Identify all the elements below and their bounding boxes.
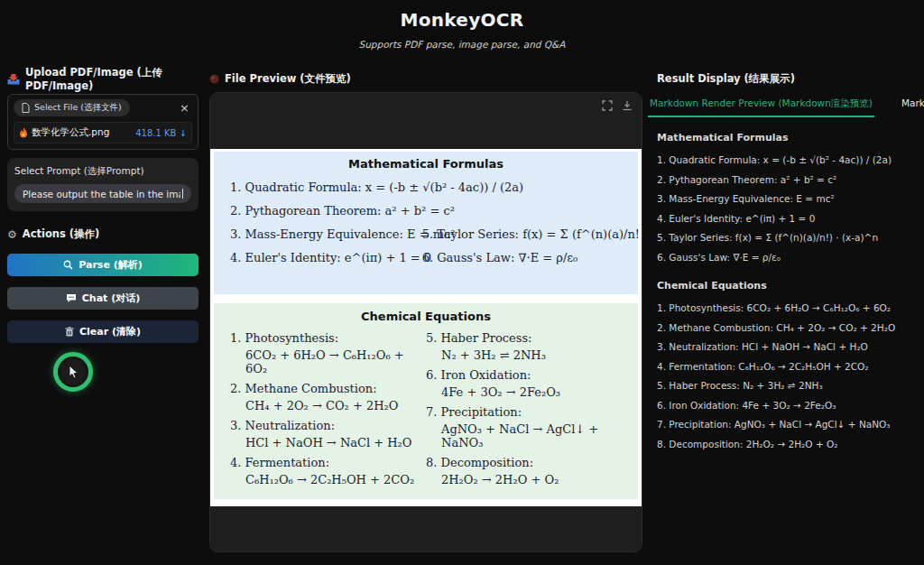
chem-name: 6. Iron Oxidation: [426, 368, 622, 382]
result-tabs: Markdown Render Preview (Markdown渲染预览) M… [648, 94, 924, 117]
file-upload-box: Select File (选择文件) × 数学化学公式.png 418.1 KB… [7, 94, 199, 150]
chem-name: 5. Haber Process: [426, 331, 622, 345]
md-list-item: 4. Fermentation: C₆H₁₂O₆ → 2C₂H₅OH + 2CO… [657, 361, 924, 372]
sidebar: Upload PDF/Image (上传PDF/Image) Select Fi… [7, 70, 199, 565]
file-size: 418.1 KB ↓ [135, 128, 187, 138]
preview-section-title: File Preview (文件预览) [225, 72, 351, 86]
actions-section-title: Actions (操作) [23, 227, 100, 241]
download-button[interactable] [621, 99, 633, 112]
md-list-item: 2. Methane Combustion: CH₄ + 2O₂ → CO₂ +… [657, 322, 924, 333]
speech-bubble-icon [66, 293, 77, 303]
select-file-button[interactable]: Select File (选择文件) [14, 99, 130, 116]
uploaded-file-chip[interactable]: 数学化学公式.png 418.1 KB ↓ [14, 122, 192, 144]
file-preview-panel: File Preview (文件预览) Mathemati [209, 70, 642, 552]
chem-section-title: Chemical Equations [230, 310, 622, 323]
md-list-item: 2. Pythagorean Theorem: a² + b² = c² [657, 174, 924, 185]
chem-item: 7. Precipitation: AgNO₃ + NaCl → AgCl↓ +… [426, 405, 622, 449]
md-list-item: 6. Gauss's Law: ∇·E = ρ/ε₀ [657, 252, 924, 263]
magnifier-icon [63, 260, 73, 270]
chem-column-right: 5. Haber Process: N₂ + 3H₂ ⇌ 2NH₃ 6. Iro… [426, 331, 622, 493]
parse-button[interactable]: Parse (解析) [7, 254, 199, 276]
prompt-section: Select Prompt (选择Prompt) Please output t… [7, 158, 199, 211]
tab-markdown-render-preview[interactable]: Markdown Render Preview (Markdown渲染预览) [648, 94, 874, 117]
chem-name: 2. Methane Combustion: [230, 382, 426, 395]
chem-item: 4. Fermentation: C₆H₁₂O₆ → 2C₂H₅OH + 2CO… [230, 456, 426, 486]
math-item-3: 3. Mass-Energy Equivalence: E = mc² [230, 227, 422, 241]
math-item-4: 4. Euler's Identity: e^(iπ) + 1 = 0 [230, 251, 422, 264]
chem-name: 8. Decomposition: [426, 456, 622, 469]
chem-eq: N₂ + 3H₂ ⇌ 2NH₃ [426, 348, 622, 362]
chem-item: 6. Iron Oxidation: 4Fe + 3O₂ → 2Fe₂O₃ [426, 368, 622, 399]
prompt-value: Please output the table in the image in … [23, 189, 180, 199]
md-list-item: 1. Photosynthesis: 6CO₂ + 6H₂O → C₆H₁₂O₆… [657, 302, 924, 313]
prompt-dropdown[interactable]: Please output the table in the image in … [14, 184, 191, 203]
gear-icon: ⚙ [7, 229, 17, 240]
chem-eq: AgNO₃ + NaCl → AgCl↓ + NaNO₃ [426, 422, 622, 449]
math-formulas-section: Mathematical Formulas 1. Quadratic Formu… [214, 152, 638, 294]
parse-button-label: Parse (解析) [79, 258, 143, 272]
select-file-label: Select File (选择文件) [34, 102, 122, 114]
preview-toolbar [601, 99, 633, 112]
md-list-item: 1. Quadratic Formula: x = (-b ± √(b² - 4… [657, 154, 924, 165]
chat-button[interactable]: Chat (对话) [7, 287, 199, 310]
chemical-equations-section: Chemical Equations 1. Photosynthesis: 6C… [214, 303, 638, 499]
md-list-item: 5. Taylor Series: f(x) = Σ (f^(n)(a)/n!)… [657, 232, 924, 243]
math-item-6: 6. Gauss's Law: ∇·E = ρ/ε₀ [422, 251, 622, 264]
chem-item: 1. Photosynthesis: 6CO₂ + 6H₂O → C₆H₁₂O₆… [230, 331, 426, 375]
markdown-render-content: Mathematical Formulas 1. Quadratic Formu… [648, 132, 924, 449]
mouse-pointer-icon [67, 365, 80, 380]
fire-icon [19, 127, 28, 138]
chem-name: 1. Photosynthesis: [230, 331, 426, 345]
math-row: 4. Euler's Identity: e^(iπ) + 1 = 0 6. G… [230, 241, 622, 264]
result-section-header: Result Display (结果展示) [648, 70, 924, 88]
document-image: Mathematical Formulas 1. Quadratic Formu… [210, 149, 642, 506]
md-chem-heading: Chemical Equations [657, 280, 924, 292]
chem-eq: 4Fe + 3O₂ → 2Fe₂O₃ [426, 385, 622, 399]
math-row: 3. Mass-Energy Equivalence: E = mc² 5. T… [230, 218, 622, 241]
chem-item: 3. Neutralization: HCl + NaOH → NaCl + H… [230, 419, 426, 449]
file-size-value: 418.1 KB [135, 128, 176, 138]
chem-name: 3. Neutralization: [230, 419, 426, 432]
md-list-item: 8. Decomposition: 2H₂O₂ → 2H₂O + O₂ [657, 439, 924, 449]
download-arrow-icon[interactable]: ↓ [180, 128, 187, 138]
clear-button-label: Clear (清除) [79, 325, 141, 338]
upload-section-header: Upload PDF/Image (上传PDF/Image) [7, 70, 199, 88]
md-list-item: 7. Precipitation: AgNO₃ + NaCl → AgCl↓ +… [657, 419, 924, 430]
result-section-title: Result Display (结果展示) [657, 72, 795, 86]
clear-button[interactable]: Clear (清除) [7, 320, 199, 343]
preview-box: Mathematical Formulas 1. Quadratic Formu… [209, 92, 642, 552]
upload-section-title: Upload PDF/Image (上传PDF/Image) [25, 66, 199, 92]
file-box-toolbar: Select File (选择文件) × [14, 99, 192, 116]
chat-button-label: Chat (对话) [82, 292, 140, 305]
prompt-label: Select Prompt (选择Prompt) [14, 165, 191, 178]
text-cursor [182, 189, 183, 199]
file-name: 数学化学公式.png [32, 126, 132, 139]
page-subtitle: Supports PDF parse, image parse, and Q&A [0, 39, 924, 50]
chem-column-left: 1. Photosynthesis: 6CO₂ + 6H₂O → C₆H₁₂O₆… [230, 331, 426, 493]
md-list-item: 6. Iron Oxidation: 4Fe + 3O₂ → 2Fe₂O₃ [657, 400, 924, 411]
actions-section-header: ⚙ Actions (操作) [7, 226, 199, 243]
chem-item: 8. Decomposition: 2H₂O₂ → 2H₂O + O₂ [426, 456, 622, 486]
fullscreen-button[interactable] [601, 99, 614, 112]
chem-item: 5. Haber Process: N₂ + 3H₂ ⇌ 2NH₃ [426, 331, 622, 362]
tab-markdown-raw-text[interactable]: Markdown Raw Tex [900, 94, 924, 117]
math-section-title: Mathematical Formulas [230, 157, 622, 171]
md-list-item: 4. Euler's Identity: e^(iπ) + 1 = 0 [657, 213, 924, 224]
chem-eq: C₆H₁₂O₆ → 2C₂H₅OH + 2CO₂ [230, 473, 426, 486]
chem-name: 7. Precipitation: [426, 405, 622, 419]
chem-eq: 6CO₂ + 6H₂O → C₆H₁₂O₆ + 6O₂ [230, 348, 426, 375]
close-icon[interactable]: × [177, 103, 192, 114]
chem-eq: 2H₂O₂ → 2H₂O + O₂ [426, 473, 622, 486]
chem-eq: CH₄ + 2O₂ → CO₂ + 2H₂O [230, 399, 426, 412]
math-item-1: 1. Quadratic Formula: x = (-b ± √(b² - 4… [230, 181, 622, 194]
math-item-2: 2. Pythagorean Theorem: a² + b² = c² [230, 204, 622, 218]
download-icon [622, 100, 633, 111]
loading-spinner [53, 352, 93, 392]
md-list-item: 5. Haber Process: N₂ + 3H₂ ⇌ 2NH₃ [657, 380, 924, 391]
chem-grid: 1. Photosynthesis: 6CO₂ + 6H₂O → C₆H₁₂O₆… [230, 331, 622, 493]
app-root: MonkeyOCR Supports PDF parse, image pars… [0, 0, 924, 63]
app-header: MonkeyOCR Supports PDF parse, image pars… [0, 0, 924, 63]
trash-icon [65, 327, 74, 337]
fullscreen-icon [602, 100, 613, 111]
md-list-item: 3. Neutralization: HCl + NaOH → NaCl + H… [657, 341, 924, 352]
